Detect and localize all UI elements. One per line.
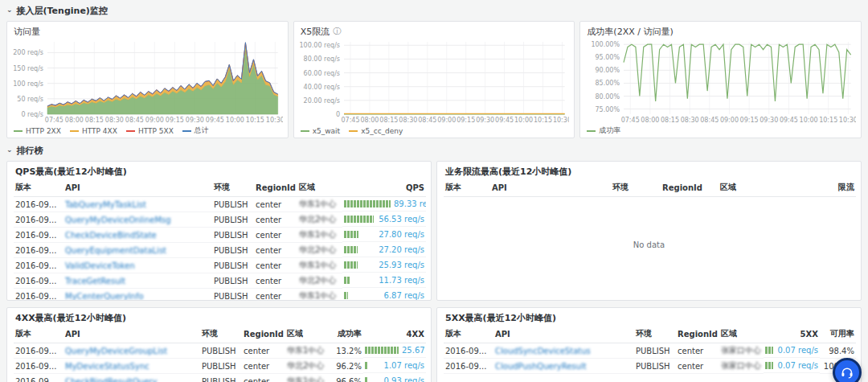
panel-title[interactable]: X5限流 ⓘ [299, 26, 570, 38]
svg-text:80.00 req/s: 80.00 req/s [303, 55, 339, 63]
api-link[interactable]: CloudPushQueryResult [495, 362, 587, 371]
column-header-region_id[interactable]: RegionId [676, 324, 719, 343]
column-header-value[interactable]: 5XX [764, 324, 820, 343]
cell-version: 2016-09... [14, 243, 63, 258]
cell-env: PUBLISH [212, 212, 254, 228]
svg-text:10:15: 10:15 [246, 117, 264, 124]
column-header-version[interactable]: 版本 [14, 324, 63, 343]
api-link[interactable]: QueryMyDeviceOnlineMsg [65, 216, 171, 224]
api-link[interactable]: TraceGetResult [65, 277, 125, 285]
column-header-version[interactable]: 版本 [444, 324, 493, 343]
cell-value: 27.20 req/s [342, 243, 426, 257]
column-header-api[interactable]: API [63, 324, 200, 343]
column-header-value[interactable]: QPS [342, 178, 426, 197]
legend-item[interactable]: HTTP 2XX [14, 127, 61, 135]
panel-title[interactable]: 成功率(2XX / 访问量) [585, 26, 856, 38]
svg-text:10:00: 10:00 [800, 117, 818, 124]
api-link[interactable]: QueryEquipmentDataList [65, 246, 166, 255]
column-header-env[interactable]: 环境 [212, 178, 254, 197]
legend-item[interactable]: 成功率 [587, 125, 620, 136]
cell-version: 2016-09... [444, 343, 493, 359]
legend-item[interactable]: 总计 [182, 125, 209, 136]
api-link[interactable]: MyDeviceStatusSync [65, 362, 149, 371]
cell-area: 华北2中心 [297, 273, 342, 289]
svg-text:50 req/s: 50 req/s [17, 96, 43, 103]
svg-text:10:00: 10:00 [226, 117, 244, 124]
cell-api: TraceGetResult [63, 273, 212, 289]
cell-api: QueryMyDeviceOnlineMsg [63, 212, 212, 228]
column-header-area[interactable]: 区域 [719, 178, 791, 197]
panel-title[interactable]: QPS最高(最近12小时峰值) [14, 166, 424, 178]
api-link[interactable]: CheckBindResultQuery [65, 377, 157, 382]
column-header-value[interactable]: 4XX [363, 324, 426, 343]
panel-title[interactable]: 4XX最高(最近12小时峰值) [14, 312, 424, 324]
api-link[interactable]: QueryMyDeviceGroupList [65, 347, 167, 355]
column-header-api[interactable]: API [63, 178, 212, 197]
cell-api: CloudPushQueryResult [493, 359, 634, 374]
svg-text:08:45: 08:45 [701, 117, 719, 124]
table-row: 2016-09...CloudPushQueryResultPUBLISHcen… [444, 359, 856, 374]
panel-title[interactable]: 5XX最高(最近12小时峰值) [444, 312, 854, 324]
panel-5xx-top: 5XX最高(最近12小时峰值) 版本API环境RegionId区域5XX可用率2… [436, 307, 862, 382]
traffic-chart: 07:4508:0008:1508:3008:4509:0009:1509:30… [12, 38, 283, 125]
cell-region_id: center [254, 228, 297, 243]
table-row: 2016-09...ValidDeviceTokenPUBLISHcenter华… [14, 258, 426, 273]
api-link[interactable]: TabQueryMyTaskList [65, 200, 146, 209]
section-ranking[interactable]: ⌄ 排行榜 [6, 145, 862, 156]
cell-area: 华北2中心 [285, 359, 327, 374]
column-header-value[interactable]: 限流 [791, 178, 856, 197]
cell-version: 2016-09... [14, 258, 63, 273]
column-header-api[interactable]: API [493, 324, 634, 343]
api-link[interactable]: CloudSyncDeviceStatus [495, 347, 591, 355]
cell-value: 89.33 req/s [342, 197, 426, 212]
column-header-rate[interactable]: 可用率 [820, 324, 856, 343]
cell-version: 2016-09... [14, 359, 63, 374]
cell-region_id: center [254, 258, 297, 273]
column-header-env[interactable]: 环境 [611, 178, 661, 197]
cell-area: 华东1中心 [297, 258, 342, 273]
svg-text:08:30: 08:30 [105, 117, 124, 124]
svg-text:08:45: 08:45 [418, 117, 436, 124]
limit-table: 版本API环境RegionId区域限流 [444, 178, 856, 197]
cell-region_id: center [254, 197, 297, 212]
api-link[interactable]: MyCenterQueryInfo [65, 292, 144, 301]
column-header-area[interactable]: 区域 [297, 178, 342, 197]
legend-item[interactable]: HTTP 5XX [126, 127, 174, 135]
column-header-version[interactable]: 版本 [444, 178, 490, 197]
legend-item[interactable]: x5_wait [301, 127, 340, 135]
section-tengine[interactable]: ⌄ 接入层(Tengine)监控 [6, 5, 862, 16]
column-header-rate[interactable]: 成功率 [327, 324, 363, 343]
legend-item[interactable]: HTTP 4XX [70, 127, 117, 135]
cell-version: 2016-09... [14, 343, 63, 359]
cell-env: PUBLISH [634, 359, 676, 374]
api-link[interactable]: CheckDeviceBindState [65, 231, 157, 240]
x5-legend: x5_waitx5_cc_deny [299, 125, 570, 136]
column-header-region_id[interactable]: RegionId [242, 324, 285, 343]
ranking-row-bottom: 4XX最高(最近12小时峰值) 版本API环境RegionId区域成功率4XX2… [6, 307, 862, 382]
gauge-value: 0.07 req/s [778, 361, 818, 370]
panel-title[interactable]: 业务限流最高(最近12小时峰值) [444, 166, 854, 178]
column-header-env[interactable]: 环境 [200, 324, 242, 343]
panel-title[interactable]: 访问量 [12, 26, 283, 38]
cell-rate: 13.2% [327, 343, 363, 359]
column-header-region_id[interactable]: RegionId [254, 178, 297, 197]
headset-icon [840, 365, 854, 380]
gauge-bar [344, 277, 350, 284]
svg-text:07:45: 07:45 [621, 117, 640, 124]
column-header-area[interactable]: 区域 [285, 324, 327, 343]
legend-item[interactable]: x5_cc_deny [349, 127, 403, 135]
column-header-env[interactable]: 环境 [634, 324, 676, 343]
redacted-text: 华北2中心 [287, 361, 324, 370]
api-link[interactable]: ValidDeviceToken [65, 261, 135, 270]
svg-text:08:15: 08:15 [661, 117, 679, 124]
table-row: 2016-09...CheckDeviceBindStatePUBLISHcen… [14, 228, 426, 243]
cell-region_id: center [254, 243, 297, 258]
cell-area: 华北2中心 [297, 212, 342, 228]
info-icon[interactable]: ⓘ [333, 26, 341, 37]
column-header-api[interactable]: API [490, 178, 611, 197]
column-header-area[interactable]: 区域 [719, 324, 764, 343]
column-header-region_id[interactable]: RegionId [661, 178, 719, 197]
gauge-value: 89.33 req/s [394, 199, 426, 208]
column-header-version[interactable]: 版本 [14, 178, 63, 197]
support-fab[interactable] [833, 358, 862, 382]
